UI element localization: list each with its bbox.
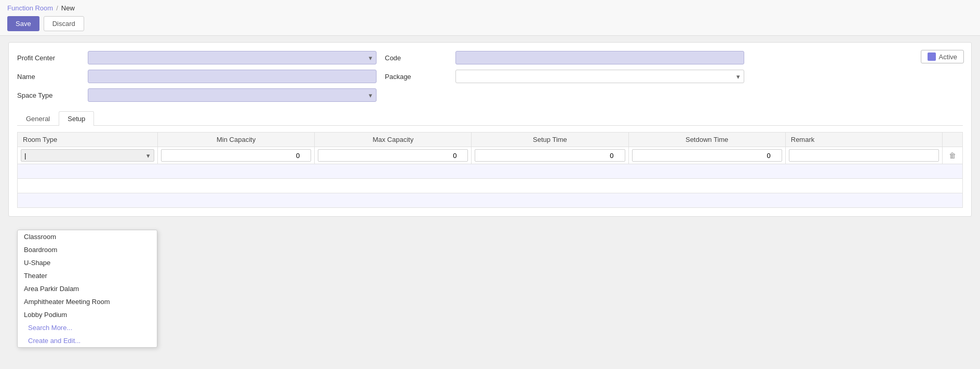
dropdown-item-amphitheater[interactable]: Amphitheater Meeting Room [18, 295, 157, 308]
save-button[interactable]: Save [7, 16, 39, 31]
profit-center-select[interactable] [88, 51, 377, 64]
form-grid: Profit Center Code Name Package Space Ty… [17, 51, 744, 102]
space-type-select[interactable] [88, 88, 377, 102]
delete-cell: 🗑 [943, 147, 963, 164]
action-buttons: Save Discard [7, 16, 973, 31]
setdown-time-cell [628, 147, 785, 164]
setup-time-input[interactable] [475, 149, 625, 162]
code-input[interactable] [455, 51, 744, 64]
dropdown-item-theater[interactable]: Theater [18, 269, 157, 282]
delete-row-button[interactable]: 🗑 [946, 150, 959, 161]
active-dot [928, 52, 936, 61]
table-row: | � [18, 147, 963, 164]
space-type-label: Space Type [17, 91, 79, 99]
max-capacity-input[interactable] [318, 149, 468, 162]
profit-center-label: Profit Center [17, 54, 79, 62]
dropdown-item-lobby-podium[interactable]: Lobby Podium [18, 308, 157, 321]
main-card: Active Profit Center Code Name Package S… [8, 42, 972, 217]
empty-row-2 [18, 179, 963, 193]
code-label: Code [385, 54, 447, 62]
min-capacity-cell [158, 147, 315, 164]
col-room-type: Room Type [18, 133, 158, 147]
remark-cell [785, 147, 942, 164]
setdown-time-input[interactable] [632, 149, 782, 162]
package-select[interactable] [455, 70, 744, 83]
room-type-select-wrap: | [21, 149, 154, 162]
dropdown-item-boardroom[interactable]: Boardroom [18, 243, 157, 256]
profit-center-wrap [88, 51, 377, 64]
col-actions [943, 133, 963, 147]
col-remark: Remark [785, 133, 942, 147]
active-label: Active [939, 53, 957, 61]
breadcrumb-separator: / [56, 4, 58, 12]
dropdown-item-area-parkir[interactable]: Area Parkir Dalam [18, 282, 157, 295]
package-wrap [455, 70, 744, 83]
col-max-capacity: Max Capacity [315, 133, 472, 147]
space-type-wrap [88, 88, 377, 102]
active-badge: Active [921, 50, 964, 63]
discard-button[interactable]: Discard [44, 16, 84, 31]
setup-table: Room Type Min Capacity Max Capacity Setu… [17, 132, 963, 208]
col-setdown-time: Setdown Time [628, 133, 785, 147]
name-label: Name [17, 73, 79, 81]
setup-time-cell [472, 147, 628, 164]
empty-row-3 [18, 193, 963, 208]
col-setup-time: Setup Time [472, 133, 628, 147]
min-capacity-input[interactable] [161, 149, 311, 162]
tab-general[interactable]: General [17, 111, 59, 126]
room-type-cell: | [18, 147, 158, 164]
package-label: Package [385, 73, 447, 81]
room-type-input[interactable]: | [21, 149, 154, 162]
name-input[interactable] [88, 70, 377, 83]
create-and-edit-link[interactable]: Create and Edit... [18, 334, 157, 347]
search-more-link[interactable]: Search More... [18, 321, 157, 334]
dropdown-item-classroom[interactable]: Classroom [18, 230, 157, 243]
dropdown-item-ushape[interactable]: U-Shape [18, 256, 157, 269]
tabs: General Setup [17, 111, 963, 126]
tab-setup[interactable]: Setup [59, 111, 94, 126]
col-min-capacity: Min Capacity [158, 133, 315, 147]
room-type-dropdown: Classroom Boardroom U-Shape Theater Area… [17, 230, 157, 348]
breadcrumb: Function Room / New [7, 4, 973, 12]
breadcrumb-current: New [61, 4, 75, 12]
top-bar: Function Room / New Save Discard [0, 0, 980, 36]
remark-input[interactable] [789, 149, 939, 162]
empty-row-1 [18, 164, 963, 179]
breadcrumb-parent[interactable]: Function Room [7, 4, 53, 12]
max-capacity-cell [315, 147, 472, 164]
